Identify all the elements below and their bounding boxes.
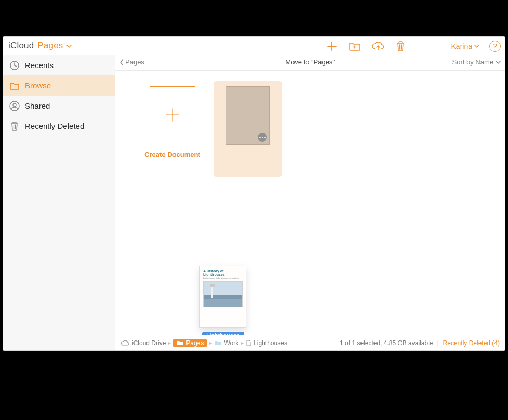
- create-document-label: Create Document: [136, 151, 209, 159]
- sidebar-item-label: Recents: [25, 61, 54, 70]
- cloud-icon: [121, 340, 130, 346]
- brand-icloud-label: iCloud: [8, 41, 34, 50]
- divider: [486, 42, 486, 51]
- recently-deleted-link[interactable]: Recently Deleted (4): [443, 339, 500, 347]
- sidebar: Recents Browse Shared Recently Deleted: [3, 55, 115, 350]
- sidebar-item-recents[interactable]: Recents: [3, 55, 115, 75]
- sidebar-item-browse[interactable]: Browse: [3, 75, 115, 96]
- create-document-tile[interactable]: Create Document: [136, 86, 209, 159]
- sort-label: Sort by Name: [452, 58, 493, 66]
- chevron-down-icon: [474, 44, 479, 49]
- delete-button[interactable]: [389, 37, 412, 55]
- dragged-document-ghost[interactable]: A History of Lighthouses Lorem ipsum dol…: [199, 266, 246, 328]
- folder-icon: [215, 340, 222, 346]
- breadcrumb-label: iCloud Drive: [132, 339, 166, 347]
- chevron-right-icon: ▸: [168, 340, 171, 346]
- brand-app-label: Pages: [37, 41, 63, 50]
- chevron-down-icon: [496, 60, 501, 65]
- document-more-button[interactable]: [258, 133, 267, 142]
- folder-plus-icon: [349, 41, 361, 51]
- help-button[interactable]: ?: [489, 41, 501, 52]
- cloud-upload-icon: [371, 41, 384, 51]
- sidebar-item-shared[interactable]: Shared: [3, 96, 115, 116]
- status-info: 1 of 1 selected, 4.85 GB available: [340, 339, 433, 347]
- plus-icon: [326, 41, 338, 52]
- sidebar-item-recently-deleted[interactable]: Recently Deleted: [3, 116, 115, 136]
- document-thumbnail: [226, 86, 270, 145]
- breadcrumb-pages[interactable]: Pages: [173, 339, 207, 347]
- chevron-right-icon: ▸: [209, 340, 212, 346]
- sidebar-item-label: Recently Deleted: [25, 122, 84, 130]
- person-icon: [9, 101, 20, 111]
- create-document-box: [150, 86, 195, 143]
- toolbar: iCloud Pages: [3, 37, 505, 55]
- app-window: iCloud Pages: [3, 36, 505, 351]
- sidebar-item-label: Browse: [25, 81, 51, 90]
- plus-icon: [163, 106, 182, 124]
- document-grid: Create Document A History of Lighthouses…: [115, 71, 505, 335]
- clock-icon: [9, 60, 20, 71]
- document-tile-placeholder[interactable]: [214, 81, 282, 177]
- new-folder-button[interactable]: [343, 37, 366, 55]
- breadcrumb-icloud-drive[interactable]: iCloud Drive: [121, 339, 166, 347]
- folder-icon: [9, 81, 20, 91]
- new-document-button[interactable]: [320, 37, 343, 55]
- sub-header: Pages Move to “Pages” Sort by Name: [115, 55, 505, 71]
- svg-point-2: [13, 103, 16, 107]
- ghost-image: [203, 281, 243, 307]
- divider: |: [437, 339, 438, 347]
- status-bar: iCloud Drive ▸ Pages ▸ Work ▸ Lighthouse…: [115, 335, 505, 350]
- header-title: Move to “Pages”: [115, 58, 505, 66]
- breadcrumb-label: Lighthouses: [253, 339, 287, 347]
- chevron-down-icon: [66, 44, 72, 49]
- ghost-subtitle: Lorem ipsum dolor sit amet consectetur: [203, 277, 243, 280]
- upload-button[interactable]: [366, 37, 389, 55]
- sidebar-item-label: Shared: [25, 101, 50, 110]
- main-panel: Pages Move to “Pages” Sort by Name Creat…: [115, 55, 505, 335]
- breadcrumb-label: Work: [224, 339, 238, 347]
- user-name-label: Karina: [451, 42, 472, 50]
- callout-line-bottom: [197, 356, 197, 420]
- trash-icon: [9, 121, 20, 132]
- chevron-right-icon: ▸: [241, 340, 244, 346]
- breadcrumb: iCloud Drive ▸ Pages ▸ Work ▸ Lighthouse…: [121, 339, 287, 347]
- trash-icon: [396, 41, 405, 52]
- app-brand[interactable]: iCloud Pages: [8, 41, 72, 51]
- ghost-title: A History of Lighthouses: [203, 269, 243, 277]
- folder-icon: [177, 340, 184, 346]
- breadcrumb-label: Pages: [186, 339, 204, 347]
- question-mark-icon: ?: [493, 42, 497, 50]
- breadcrumb-lighthouses[interactable]: Lighthouses: [246, 339, 287, 347]
- user-menu[interactable]: Karina: [448, 42, 483, 50]
- sort-menu[interactable]: Sort by Name: [452, 58, 501, 66]
- document-icon: [246, 340, 251, 346]
- breadcrumb-work[interactable]: Work: [215, 339, 238, 347]
